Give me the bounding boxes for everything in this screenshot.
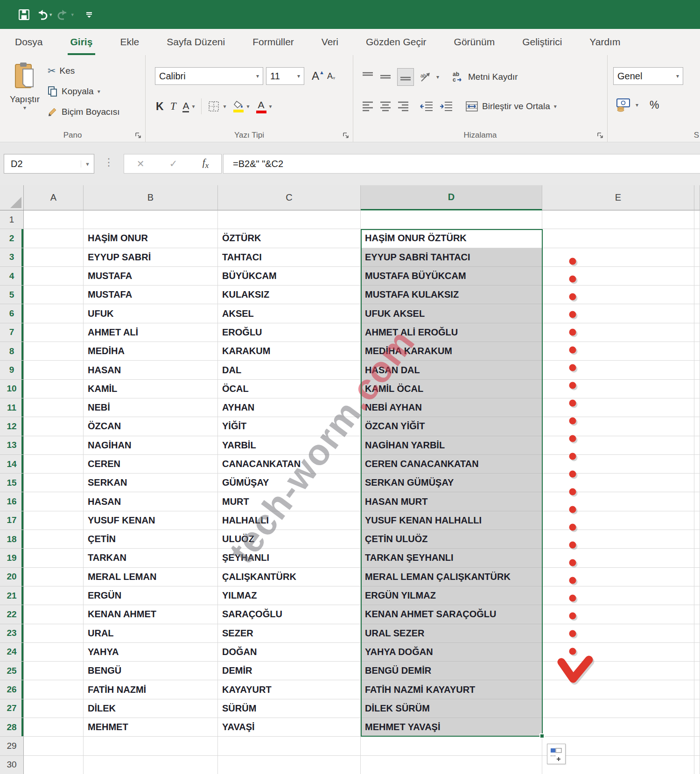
row-header-17[interactable]: 17 <box>0 511 24 530</box>
tab-gözden-geçir[interactable]: Gözden Geçir <box>363 29 429 55</box>
cell-D1[interactable] <box>361 210 542 229</box>
cell-B9[interactable]: HASAN <box>84 361 218 379</box>
align-right-icon[interactable] <box>397 101 409 112</box>
cancel-formula-icon[interactable]: ✕ <box>137 158 145 169</box>
borders-icon[interactable] <box>208 101 219 112</box>
cell-C2[interactable]: ÖZTÜRK <box>218 229 361 248</box>
column-header-e[interactable]: E <box>542 185 694 210</box>
row-header-9[interactable]: 9 <box>0 361 24 379</box>
cell-F20[interactable] <box>694 568 700 586</box>
cell-C6[interactable]: AKSEL <box>218 304 361 323</box>
cell-A4[interactable] <box>24 267 84 286</box>
accounting-format-icon[interactable] <box>615 97 631 113</box>
cell-E27[interactable] <box>542 699 694 718</box>
copy-button[interactable]: Kopyala ▾ <box>48 83 100 100</box>
cell-E3[interactable] <box>542 248 694 267</box>
cell-A11[interactable] <box>24 398 84 417</box>
fill-color-dropdown-icon[interactable]: ▾ <box>247 103 250 110</box>
cell-E11[interactable] <box>542 398 694 417</box>
cell-B27[interactable]: DİLEK <box>84 699 218 718</box>
cell-F25[interactable] <box>694 662 700 680</box>
cell-E26[interactable] <box>542 680 694 699</box>
row-header-6[interactable]: 6 <box>0 304 24 323</box>
tab-görünüm[interactable]: Görünüm <box>451 29 498 55</box>
align-bottom-button[interactable] <box>397 68 414 86</box>
fill-handle[interactable] <box>539 733 545 739</box>
cell-A19[interactable] <box>24 549 84 567</box>
cell-A17[interactable] <box>24 511 84 530</box>
cell-A27[interactable] <box>24 699 84 718</box>
cell-F16[interactable] <box>694 492 700 511</box>
cell-D11[interactable]: NEBİ AYHAN <box>361 398 542 417</box>
cell-F12[interactable] <box>694 417 700 436</box>
row-header-3[interactable]: 3 <box>0 248 24 267</box>
cell-D12[interactable]: ÖZCAN YİĞİT <box>361 417 542 436</box>
cell-C28[interactable]: YAVAŞİ <box>218 718 361 737</box>
row-header-15[interactable]: 15 <box>0 474 24 492</box>
formula-bar-resize-handle[interactable]: ⋮ <box>104 156 114 168</box>
cell-E13[interactable] <box>542 436 694 455</box>
tab-geliştirici[interactable]: Geliştirici <box>519 29 565 55</box>
cell-C20[interactable]: ÇALIŞKANTÜRK <box>218 568 361 586</box>
cell-D23[interactable]: URAL SEZER <box>361 624 542 643</box>
cell-F24[interactable] <box>694 643 700 662</box>
undo-dropdown-icon[interactable]: ▾ <box>49 12 52 18</box>
cell-F26[interactable] <box>694 680 700 699</box>
cell-B25[interactable]: BENGÜ <box>84 662 218 680</box>
cell-F17[interactable] <box>694 511 700 530</box>
cell-E19[interactable] <box>542 549 694 567</box>
cell-D10[interactable]: KAMİL ÖCAL <box>361 380 542 398</box>
cell-E7[interactable] <box>542 323 694 342</box>
cell-D3[interactable]: EYYUP SABRİ TAHTACI <box>361 248 542 267</box>
cell-C21[interactable]: YILMAZ <box>218 586 361 605</box>
align-left-icon[interactable] <box>362 101 374 112</box>
row-header-25[interactable]: 25 <box>0 662 24 680</box>
align-middle-icon[interactable] <box>379 71 392 83</box>
cell-E22[interactable] <box>542 605 694 624</box>
cell-F30[interactable] <box>694 756 700 774</box>
cell-C9[interactable]: DAL <box>218 361 361 379</box>
cell-A1[interactable] <box>24 210 84 229</box>
cell-B22[interactable]: KENAN AHMET <box>84 605 218 624</box>
tab-dosya[interactable]: Dosya <box>12 29 46 55</box>
number-format-select[interactable]: Genel▾ <box>613 67 683 85</box>
cell-C26[interactable]: KAYAYURT <box>218 680 361 699</box>
tab-sayfa-düzeni[interactable]: Sayfa Düzeni <box>164 29 228 55</box>
cell-F15[interactable] <box>694 474 700 492</box>
row-header-8[interactable]: 8 <box>0 342 24 361</box>
decrease-font-size-button[interactable]: A▾ <box>327 71 336 81</box>
cell-D9[interactable]: HASAN DAL <box>361 361 542 379</box>
cell-F18[interactable] <box>694 530 700 549</box>
font-name-select[interactable]: Calibri▾ <box>155 67 263 85</box>
cell-E4[interactable] <box>542 267 694 286</box>
cell-A25[interactable] <box>24 662 84 680</box>
cell-B28[interactable]: MEHMET <box>84 718 218 737</box>
cell-C14[interactable]: CANACANKATAN <box>218 455 361 474</box>
row-header-20[interactable]: 20 <box>0 568 24 586</box>
cell-F14[interactable] <box>694 455 700 474</box>
cell-D28[interactable]: MEHMET YAVAŞİ <box>361 718 542 737</box>
tab-veri[interactable]: Veri <box>319 29 341 55</box>
row-header-10[interactable]: 10 <box>0 380 24 398</box>
cell-B19[interactable]: TARKAN <box>84 549 218 567</box>
underline-button[interactable]: A <box>182 101 189 112</box>
cell-D27[interactable]: DİLEK SÜRÜM <box>361 699 542 718</box>
tab-ekle[interactable]: Ekle <box>117 29 142 55</box>
cell-F27[interactable] <box>694 699 700 718</box>
fill-color-button[interactable] <box>233 100 244 112</box>
cell-C24[interactable]: DOĞAN <box>218 643 361 662</box>
decrease-indent-icon[interactable] <box>420 101 434 112</box>
increase-indent-icon[interactable] <box>439 101 453 112</box>
row-header-11[interactable]: 11 <box>0 398 24 417</box>
cell-E20[interactable] <box>542 568 694 586</box>
cell-B11[interactable]: NEBİ <box>84 398 218 417</box>
cell-F1[interactable] <box>694 210 700 229</box>
cell-C18[interactable]: ULUÖZ <box>218 530 361 549</box>
format-painter-button[interactable]: Biçim Boyacısı <box>48 104 120 120</box>
cell-C17[interactable]: HALHALLI <box>218 511 361 530</box>
row-header-19[interactable]: 19 <box>0 549 24 567</box>
cell-A13[interactable] <box>24 436 84 455</box>
cell-D24[interactable]: YAHYA DOĞAN <box>361 643 542 662</box>
name-box-dropdown-icon[interactable]: ▾ <box>81 160 94 167</box>
cell-D16[interactable]: HASAN MURT <box>361 492 542 511</box>
